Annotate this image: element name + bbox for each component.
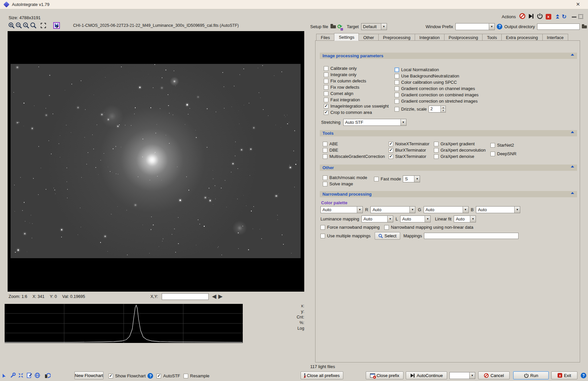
resample-checkbox[interactable] — [184, 374, 188, 378]
window-prefix-select[interactable]: ▼ — [455, 23, 495, 30]
b-select[interactable]: Auto▼ — [476, 206, 520, 213]
prev-next-image-arrows[interactable]: ◀▶ — [212, 293, 225, 300]
help-icon[interactable]: ? — [147, 373, 153, 379]
abe-checkbox[interactable] — [323, 142, 327, 146]
collapse-section-icon[interactable] — [571, 166, 574, 168]
graxpert-deconvolution-checkbox[interactable] — [434, 148, 439, 153]
setup-file-save-icon[interactable]: ⟳ — [337, 23, 342, 30]
dbe-checkbox[interactable] — [323, 148, 327, 153]
title-bar: AutoIntegrate v1.79 ✕ — [0, 0, 588, 9]
collapse-all-icon[interactable] — [556, 14, 559, 19]
autostf-checkbox[interactable] — [156, 374, 161, 378]
tab-tools[interactable]: Tools — [482, 34, 501, 41]
blurxterminator-checkbox[interactable] — [389, 148, 393, 153]
comet-align-checkbox[interactable] — [324, 91, 328, 96]
collapse-section-icon[interactable] — [571, 192, 574, 194]
show-flowchart-checkbox[interactable] — [108, 374, 113, 378]
power-action-icon[interactable] — [537, 13, 543, 20]
xy-input[interactable] — [162, 293, 209, 300]
use-multiple-mappings-checkbox[interactable] — [320, 234, 325, 238]
local-normalization-checkbox[interactable] — [395, 68, 399, 72]
stretching-select[interactable]: Auto STF ▼ — [343, 119, 406, 126]
prefix-select[interactable]: ▼ — [449, 372, 475, 379]
cancel-action-icon[interactable] — [519, 13, 525, 20]
noisexterminator-checkbox[interactable] — [389, 142, 393, 146]
new-flowchart-button[interactable]: New Flowchart — [74, 371, 104, 379]
tab-extra-processing[interactable]: Extra processing — [501, 34, 543, 41]
nonlinear-mapping-checkbox[interactable] — [384, 225, 389, 230]
palette-select[interactable]: Auto▼ — [320, 206, 363, 213]
solve-image-checkbox[interactable] — [323, 182, 327, 186]
starnet2-checkbox[interactable] — [490, 143, 495, 148]
gradient-correction-on-stretched-images-checkbox[interactable] — [395, 99, 399, 104]
collapse-arrows-icon[interactable] — [18, 372, 24, 379]
r-select[interactable]: Auto▼ — [370, 206, 415, 213]
run-button[interactable]: Run — [513, 371, 549, 379]
exit-action-icon[interactable]: x — [546, 14, 551, 20]
force-narrowband-checkbox[interactable] — [320, 225, 325, 230]
autocontinue-button[interactable]: AutoContinue — [406, 371, 447, 379]
fast-mode-checkbox[interactable] — [374, 177, 379, 181]
integrate-only-checkbox[interactable] — [324, 72, 328, 77]
close-all-prefixes-button[interactable]: ✗ Close all prefixes — [301, 371, 343, 379]
tab-postprocessing[interactable]: Postprocessing — [444, 34, 483, 41]
collapse-section-icon[interactable] — [571, 131, 574, 133]
select-mappings-button[interactable]: Select — [375, 232, 400, 240]
graxpert-denoise-checkbox[interactable] — [434, 154, 439, 159]
output-directory-browse-icon[interactable] — [582, 24, 587, 29]
mappings-input[interactable] — [424, 233, 519, 239]
calibrate-only-checkbox[interactable] — [324, 66, 328, 71]
imageintegration-use-ssweight-checkbox[interactable] — [324, 104, 328, 109]
maximize-button[interactable] — [578, 14, 583, 19]
tab-interface[interactable]: Interface — [542, 34, 568, 41]
linear-fit-select[interactable]: Auto▼ — [454, 215, 476, 222]
setup-file-open-icon[interactable] — [330, 24, 336, 29]
tab-other[interactable]: Other — [358, 34, 379, 41]
window-close-icon[interactable]: ✕ — [576, 1, 580, 7]
deepsnr-checkbox[interactable] — [490, 152, 495, 156]
fast-integration-checkbox[interactable] — [324, 98, 328, 102]
luminance-mapping-select[interactable]: Auto▼ — [361, 215, 393, 222]
restore-icon[interactable] — [44, 372, 51, 379]
g-select[interactable]: Auto▼ — [424, 206, 469, 213]
batch-mosaic-mode-checkbox[interactable] — [323, 175, 327, 180]
target-select[interactable]: Default ▼ — [361, 23, 387, 30]
globe-icon[interactable] — [34, 372, 41, 379]
cancel-button[interactable]: Cancel — [478, 371, 510, 379]
fix-column-defects-checkbox[interactable] — [324, 79, 328, 83]
exit-button[interactable]: x Exit — [551, 371, 577, 379]
tab-preprocessing[interactable]: Preprocessing — [378, 34, 415, 41]
fix-row-defects-checkbox[interactable] — [324, 85, 328, 90]
stepper-up-icon[interactable]: ▲ — [441, 106, 445, 109]
graxpert-gradient-checkbox[interactable] — [434, 142, 439, 146]
help-icon[interactable]: ? — [581, 373, 586, 378]
drizzle-checkbox[interactable] — [395, 107, 399, 112]
close-prefix-button[interactable]: x Close prefix — [366, 371, 403, 379]
collapse-section-icon[interactable] — [571, 54, 574, 56]
gradient-correction-on-channel-images-checkbox[interactable] — [395, 86, 399, 91]
use-backgroundneutralization-checkbox[interactable] — [395, 74, 399, 78]
tab-files[interactable]: Files — [316, 34, 334, 41]
cursor-tool-icon[interactable] — [2, 372, 9, 379]
tab-settings[interactable]: Settings — [334, 33, 359, 41]
fast-mode-select[interactable]: S ▼ — [403, 175, 420, 182]
galaxy-image[interactable] — [11, 64, 301, 258]
restore-windows-icon[interactable]: ↻ — [562, 13, 567, 20]
edit-document-icon[interactable] — [26, 372, 33, 379]
color-calibration-using-spcc-checkbox[interactable] — [395, 80, 399, 85]
minimize-button[interactable] — [572, 17, 576, 18]
help-icon[interactable]: ? — [497, 24, 502, 29]
tab-integration[interactable]: Integration — [415, 34, 444, 41]
crop-to-common-area-checkbox[interactable] — [324, 110, 328, 115]
starxterminator-checkbox[interactable] — [389, 154, 393, 159]
l-mapping-select[interactable]: Auto▼ — [400, 215, 431, 222]
output-directory-input[interactable] — [537, 24, 580, 30]
multiscalegradientcorrection-checkbox[interactable] — [323, 154, 327, 159]
star — [49, 95, 50, 96]
image-viewer[interactable] — [8, 31, 304, 292]
gradient-correction-on-combined-images-checkbox[interactable] — [395, 93, 399, 97]
stepper-down-icon[interactable]: ▼ — [441, 109, 445, 113]
drizzle-scale-stepper[interactable]: 2 ▲▼ — [429, 106, 446, 113]
autocontinue-action-icon[interactable] — [528, 13, 534, 20]
wrench-icon[interactable] — [10, 372, 17, 379]
